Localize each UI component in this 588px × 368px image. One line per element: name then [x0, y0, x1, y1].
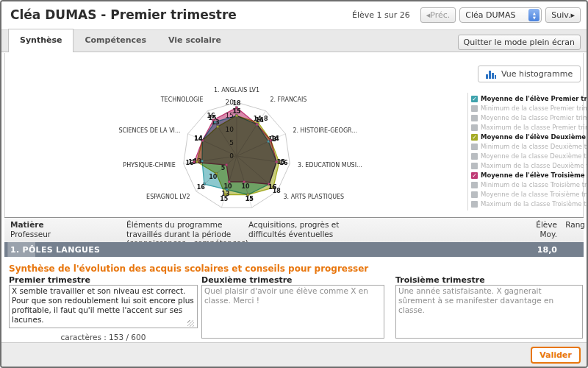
svg-text:16: 16 — [268, 184, 277, 191]
legend-checkbox-icon[interactable] — [471, 191, 478, 198]
student-navigator: Élève 1 sur 26 ◂Préc. Cléa DUMAS ▲▼ Suiv… — [352, 7, 581, 23]
svg-text:5: 5 — [221, 165, 226, 171]
page-title: Cléa DUMAS - Premier trimestre — [10, 7, 237, 22]
legend-item-label: Minimum de la classe Premier trimestre — [481, 105, 588, 112]
svg-text:18: 18 — [232, 100, 241, 107]
quit-fullscreen-button[interactable]: Quitter le mode plein écran — [458, 35, 581, 50]
student-select[interactable]: Cléa DUMAS ▲▼ — [459, 7, 542, 23]
legend-item-label: Moyenne de la classe Premier trimestre — [481, 114, 588, 121]
svg-text:14: 14 — [255, 117, 264, 124]
legend-item[interactable]: Moyenne de la classe Deuxième trimestre — [471, 152, 588, 160]
svg-text:2. HISTOIRE-GEOGR...: 2. HISTOIRE-GEOGR... — [293, 127, 357, 134]
legend-checkbox-icon[interactable] — [471, 115, 478, 121]
svg-text:1. ANGLAIS LV1: 1. ANGLAIS LV1 — [214, 87, 259, 93]
legend-item[interactable]: ✓Moyenne de l'élève Premier trimestre — [471, 94, 588, 103]
legend-checkbox-icon[interactable] — [471, 124, 478, 131]
svg-text:15: 15 — [245, 196, 254, 202]
col-matiere: Matière Professeur — [10, 220, 51, 238]
label-trimestre-1: Premier trimestre — [9, 275, 90, 285]
legend-item-label: Minimum de la classe Troisième trimestre — [481, 181, 588, 188]
svg-text:3. EDUCATION MUSI...: 3. EDUCATION MUSI... — [298, 162, 362, 169]
legend-item[interactable]: Moyenne de la classe Premier trimestre — [471, 113, 588, 122]
svg-text:10: 10 — [223, 183, 232, 190]
prev-student-button[interactable]: ◂Préc. — [420, 7, 456, 23]
svg-text:16: 16 — [197, 184, 206, 191]
legend-checkbox-icon[interactable] — [471, 182, 478, 188]
validate-button[interactable]: Valider — [531, 347, 581, 364]
legend-item[interactable]: Minimum de la classe Premier trimestre — [471, 104, 588, 113]
synthesis-textarea-trimestre-2[interactable]: Quel plaisir d'avoir une élève comme X e… — [201, 285, 384, 339]
radar-chart: 2015105015141315161513161314151514.81416… — [31, 87, 442, 218]
tab-competences[interactable]: Compétences — [74, 29, 157, 52]
tab-vie-scolaire[interactable]: Vie scolaire — [157, 29, 232, 52]
legend-item[interactable]: Minimum de la classe Deuxième trimestre — [471, 142, 588, 151]
header-bar: Cléa DUMAS - Premier trimestre Élève 1 s… — [1, 1, 587, 29]
svg-text:14: 14 — [194, 135, 203, 142]
col-eleve-moy: Élève Moy. — [519, 220, 557, 238]
svg-text:15: 15 — [277, 159, 286, 166]
histogram-view-button[interactable]: Vue histogramme — [478, 66, 581, 82]
group-row-average: 18,0 — [516, 245, 557, 255]
group-row-label: 1. PÔLES LANGUES — [10, 245, 100, 255]
chart-legend: ✓Moyenne de l'élève Premier trimestreMin… — [467, 93, 588, 210]
textarea-resize-handle-icon[interactable] — [187, 320, 194, 327]
legend-item-label: Moyenne de la classe Troisième trimestre — [481, 191, 588, 198]
svg-text:PHYSIQUE-CHIMIE: PHYSIQUE-CHIMIE — [123, 162, 176, 169]
histogram-icon — [486, 69, 496, 79]
footer-bar: Valider — [1, 342, 587, 367]
legend-item[interactable]: Maximum de la classe Deuxième trimestre — [471, 161, 588, 170]
label-trimestre-2: Deuxième trimestre — [201, 275, 293, 285]
svg-text:TECHNOLOGIE: TECHNOLOGIE — [160, 96, 204, 103]
legend-checkbox-icon[interactable] — [471, 144, 478, 150]
legend-item[interactable]: ✓Moyenne de l'élève Deuxième trimestre — [471, 132, 588, 141]
synthesis-textarea-trimestre-3[interactable]: Une année satisfaisante. X gagnerait sûr… — [395, 285, 583, 339]
student-select-value: Cléa DUMAS — [465, 10, 515, 20]
student-counter: Élève 1 sur 26 — [352, 10, 410, 20]
select-stepper-icon: ▲▼ — [528, 9, 539, 21]
legend-checkbox-checked-icon[interactable]: ✓ — [471, 172, 478, 179]
histogram-button-label: Vue histogramme — [501, 69, 573, 79]
table-row-poles-langues[interactable]: 1. PÔLES LANGUES 18,0 — [4, 242, 584, 257]
table-header: Matière Professeur Éléments du programme… — [4, 217, 584, 243]
legend-item-label: Minimum de la classe Deuxième trimestre — [481, 143, 588, 150]
label-trimestre-3: Troisième trimestre — [395, 275, 485, 285]
legend-item[interactable]: ✓Moyenne de l'élève Troisième trimestre — [471, 171, 588, 180]
legend-checkbox-icon[interactable] — [471, 201, 478, 208]
next-student-button[interactable]: Suiv.▸ — [545, 7, 581, 23]
legend-checkbox-icon[interactable] — [471, 153, 478, 160]
legend-checkbox-icon[interactable] — [471, 163, 478, 169]
svg-text:ESPAGNOL LV2: ESPAGNOL LV2 — [146, 194, 190, 200]
svg-text:SCIENCES DE LA VI...: SCIENCES DE LA VI... — [118, 127, 180, 134]
legend-checkbox-checked-icon[interactable]: ✓ — [471, 134, 478, 141]
svg-text:14: 14 — [271, 135, 280, 142]
legend-item-label: Moyenne de la classe Deuxième trimestre — [481, 152, 588, 160]
svg-text:16: 16 — [186, 160, 195, 166]
legend-item[interactable]: Moyenne de la classe Troisième trimestre — [471, 190, 588, 199]
svg-text:10: 10 — [241, 183, 250, 190]
svg-text:2. FRANCAIS: 2. FRANCAIS — [270, 96, 306, 103]
legend-item[interactable]: Maximum de la classe Troisième trimestre — [471, 199, 588, 208]
legend-item-label: Maximum de la classe Troisième trimestre — [481, 200, 588, 208]
svg-text:15: 15 — [220, 196, 229, 202]
legend-item-label: Moyenne de l'élève Troisième trimestre — [481, 171, 588, 179]
col-acquisitions: Acquisitions, progrès et difficultés éve… — [248, 220, 377, 238]
tab-synthese[interactable]: Synthèse — [8, 29, 74, 52]
synthesis-heading: Synthèse de l'évolution des acquis scola… — [9, 263, 368, 274]
legend-item[interactable]: Minimum de la classe Troisième trimestre — [471, 180, 588, 189]
legend-item-label: Moyenne de l'élève Deuxième trimestre — [481, 133, 588, 141]
legend-checkbox-checked-icon[interactable]: ✓ — [471, 96, 478, 102]
col-rang: Rang — [563, 220, 585, 230]
legend-item-label: Maximum de la classe Deuxième trimestre — [481, 162, 588, 169]
legend-checkbox-icon[interactable] — [471, 105, 478, 112]
legend-item-label: Maximum de la classe Premier trimestre — [481, 124, 588, 131]
character-counter: caractères : 153 / 600 — [9, 333, 198, 342]
svg-text:3. ARTS PLASTIQUES: 3. ARTS PLASTIQUES — [284, 194, 345, 200]
synthesis-textarea-trimestre-1[interactable]: X semble travailler et son niveau est co… — [9, 285, 198, 328]
svg-text:16: 16 — [207, 113, 216, 119]
svg-text:10: 10 — [209, 174, 218, 180]
legend-item-label: Moyenne de l'élève Premier trimestre — [481, 95, 588, 102]
legend-item[interactable]: Maximum de la classe Premier trimestre — [471, 123, 588, 132]
app-window: Cléa DUMAS - Premier trimestre Élève 1 s… — [0, 0, 588, 368]
